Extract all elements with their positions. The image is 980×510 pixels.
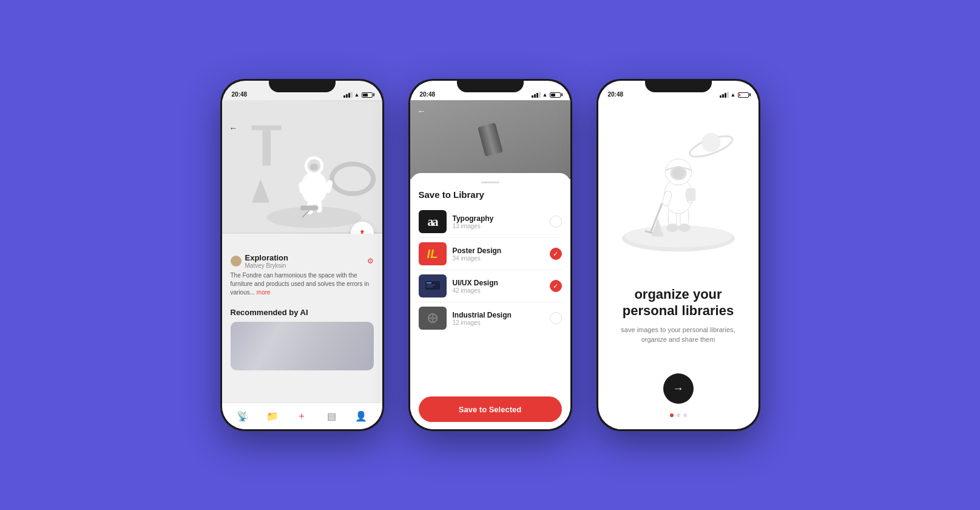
signal-3: [720, 92, 729, 98]
svg-point-43: [672, 168, 684, 178]
author-name-1: Matvey Bryksin: [245, 262, 289, 269]
dot-2[interactable]: [677, 413, 680, 417]
nav-add-icon[interactable]: ＋: [293, 410, 310, 423]
next-button-3[interactable]: →: [663, 373, 694, 404]
svg-rect-20: [427, 287, 433, 287]
library-item-uiux[interactable]: UI/UX Design 42 images ✓: [419, 270, 562, 302]
onboard-title-3: organize your personal libraries: [610, 287, 746, 319]
avatar-1: [231, 256, 242, 267]
cylinder-illustration: [478, 123, 503, 157]
rec-image-1: [231, 322, 374, 370]
lib-name-uiux: UI/UX Design: [453, 279, 544, 287]
onboard-subtitle-3: save images to your personal libraries, …: [610, 325, 746, 345]
battery-3: [738, 92, 749, 98]
svg-rect-40: [686, 188, 695, 202]
wifi-icon-3: ▲: [731, 92, 736, 98]
onboard-image-3: [598, 100, 759, 258]
wifi-icon-2: ▲: [542, 92, 548, 98]
battery-1: [362, 92, 373, 98]
recommended-title-1: Recommended by AI: [231, 308, 374, 317]
svg-point-23: [431, 316, 434, 320]
uiux-thumb-svg: [424, 279, 442, 293]
wifi-icon-1: ▲: [354, 92, 360, 98]
phone-1: 20:48 ▲ ←: [220, 79, 384, 431]
svg-point-33: [666, 223, 678, 232]
modal-sheet-2: Save to Library aa Typography 13 images …: [410, 173, 570, 429]
time-3: 20:48: [608, 91, 624, 98]
save-button-2[interactable]: Save to Selected: [419, 396, 562, 422]
modal-title-2: Save to Library: [419, 189, 562, 200]
svg-point-9: [309, 163, 318, 171]
phone-2: 20:48 ▲ ← Save to Library: [408, 79, 572, 431]
lib-thumb-industrial: [419, 307, 447, 330]
post-desc-1: The Fondre can harmonious the space with…: [231, 271, 374, 297]
nav-layers-icon[interactable]: ▤: [323, 410, 340, 422]
lib-check-typography[interactable]: [550, 216, 562, 228]
notch-2: [457, 79, 524, 92]
time-2: 20:48: [420, 91, 436, 98]
back-arrow-1[interactable]: ←: [229, 123, 238, 133]
svg-rect-18: [427, 282, 431, 284]
onboard-illustration-3: [598, 100, 759, 258]
notch-1: [269, 79, 336, 92]
nav-profile-icon[interactable]: 👤: [353, 410, 370, 422]
lib-name-industrial: Industrial Design: [453, 311, 544, 319]
lib-thumb-uiux: [419, 274, 447, 298]
phone-3: 20:48 ▲: [596, 79, 760, 431]
modal-handle-2: [481, 182, 499, 183]
hero-image-1: ←: [222, 100, 382, 234]
svg-rect-1: [251, 126, 281, 131]
library-item-industrial[interactable]: Industrial Design 12 images: [419, 302, 562, 334]
svg-point-30: [625, 226, 732, 247]
dots-row-3: [670, 413, 687, 417]
notch-3: [645, 79, 712, 92]
library-item-typography[interactable]: aa Typography 13 images: [419, 206, 562, 238]
lib-count-uiux: 42 images: [453, 287, 544, 294]
phone1-content: Exploration Matvey Bryksin ⚙ The Fondre …: [222, 234, 382, 403]
phone2-content: ← Save to Library aa Typography 13 image…: [410, 100, 570, 429]
lib-check-poster[interactable]: ✓: [550, 248, 562, 260]
lib-name-poster: Poster Design: [453, 246, 544, 255]
time-1: 20:48: [232, 91, 248, 98]
svg-point-45: [701, 133, 720, 152]
phone3-content: organize your personal libraries save im…: [598, 100, 759, 429]
lib-count-industrial: 12 images: [453, 319, 544, 326]
lib-thumb-poster: IL: [419, 242, 447, 265]
save-button-label-2: Save to Selected: [459, 405, 521, 414]
bottom-nav-1: 📡 📁 ＋ ▤ 👤: [222, 403, 382, 429]
gray-top-2: ←: [410, 100, 570, 179]
back-arrow-2[interactable]: ←: [417, 106, 426, 116]
dot-3[interactable]: [683, 413, 687, 417]
dot-1[interactable]: [670, 413, 674, 417]
signal-1: [343, 92, 353, 98]
next-arrow-3: →: [673, 382, 684, 395]
nav-feed-icon[interactable]: 📡: [234, 410, 251, 422]
svg-rect-19: [427, 285, 435, 285]
post-title-1: Exploration: [245, 253, 289, 262]
library-list-2: aa Typography 13 images IL Poster Design…: [419, 206, 562, 390]
library-item-poster[interactable]: IL Poster Design 34 images ✓: [419, 238, 562, 270]
astronaut-illustration-1: [222, 100, 382, 234]
svg-rect-2: [262, 130, 271, 166]
lib-count-typography: 13 images: [453, 223, 544, 229]
filter-icon-1[interactable]: ⚙: [367, 257, 374, 265]
signal-2: [532, 92, 541, 98]
industrial-thumb-svg: [424, 311, 442, 325]
svg-rect-14: [300, 206, 318, 211]
lib-count-poster: 34 images: [453, 255, 544, 262]
battery-2: [550, 92, 561, 98]
svg-point-34: [678, 223, 691, 232]
lib-check-uiux[interactable]: ✓: [550, 280, 562, 292]
onboard-text-3: organize your personal libraries save im…: [598, 258, 759, 373]
lib-check-industrial[interactable]: [550, 312, 562, 324]
nav-folder-icon[interactable]: 📁: [264, 410, 281, 422]
lib-thumb-typography: aa: [419, 210, 447, 233]
lib-name-typography: Typography: [453, 214, 544, 223]
